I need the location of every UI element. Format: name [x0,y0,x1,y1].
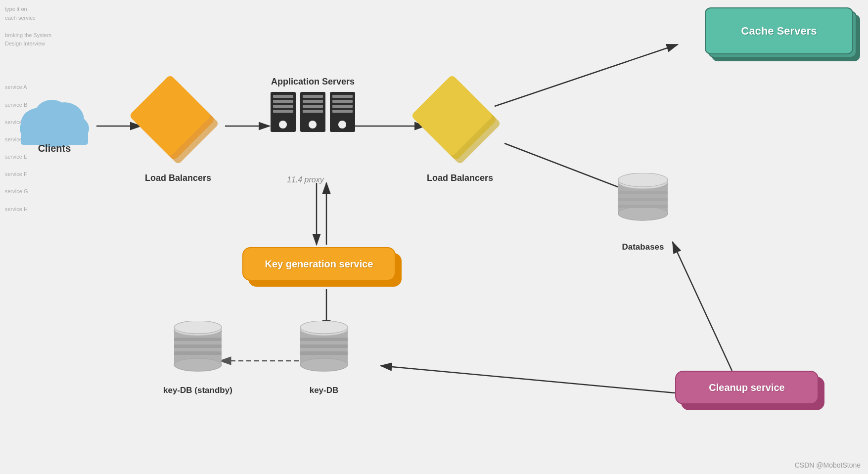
svg-point-51 [300,321,348,334]
svg-rect-17 [21,126,88,145]
svg-rect-27 [303,105,323,108]
app-servers-node: Application Servers [270,77,356,133]
svg-rect-25 [303,95,323,98]
clients-node: Clients [15,94,94,154]
svg-rect-39 [618,191,668,194]
svg-point-59 [174,321,222,334]
svg-rect-34 [332,110,353,113]
databases-label: Databases [622,242,664,252]
svg-point-54 [174,358,222,371]
svg-line-12 [673,242,732,371]
svg-rect-56 [174,345,222,348]
svg-rect-47 [300,338,348,341]
app-servers-label: Application Servers [271,77,355,87]
load-balancer-1-node: Load Balancers [141,86,215,183]
svg-point-35 [338,121,346,129]
cleanup-service-label: Cleanup service [709,382,784,393]
svg-rect-49 [300,351,348,355]
diagram-subtitle: 11.4 proxy [287,175,324,184]
svg-point-16 [35,100,69,129]
svg-rect-32 [332,100,353,103]
watermark: CSDN @MobotStone [795,461,861,469]
svg-rect-31 [332,95,353,98]
key-db-label: key-DB [310,386,339,395]
svg-rect-21 [273,105,293,108]
cache-servers-label: Cache Servers [741,25,817,38]
key-db-standby-label: key-DB (standby) [163,386,232,395]
load-balancer-2-node: Load Balancers [423,86,497,183]
svg-line-10 [381,366,675,393]
databases-node: Databases [613,173,673,252]
svg-rect-33 [332,105,353,108]
svg-rect-19 [273,95,293,98]
svg-rect-48 [300,345,348,348]
svg-rect-26 [303,100,323,103]
load-balancer-2-label: Load Balancers [427,173,493,183]
svg-point-43 [618,173,668,187]
svg-point-23 [279,121,287,129]
svg-rect-20 [273,100,293,103]
key-db-node: key-DB [297,321,351,395]
svg-point-38 [618,207,668,220]
svg-point-46 [300,358,348,371]
key-generation-node: Key generation service [242,247,406,287]
svg-rect-40 [618,198,668,201]
svg-point-29 [309,121,317,129]
key-db-standby-node: key-DB (standby) [163,321,232,395]
svg-line-5 [495,44,678,106]
system-diagram: type it on each service broking the Syst… [0,0,868,474]
svg-rect-28 [303,110,323,113]
svg-rect-55 [174,338,222,341]
load-balancer-1-label: Load Balancers [145,173,211,183]
key-generation-label: Key generation service [265,259,373,270]
svg-rect-57 [174,351,222,355]
cache-servers-node: Cache Servers [705,7,863,62]
cleanup-service-node: Cleanup service [675,371,828,410]
svg-rect-22 [273,110,293,113]
svg-rect-41 [618,205,668,208]
